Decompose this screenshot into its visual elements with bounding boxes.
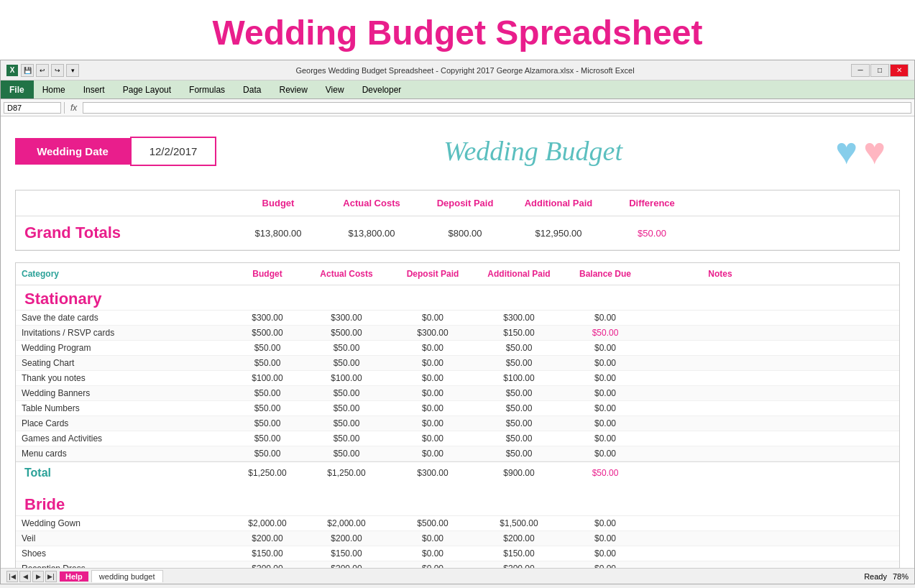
stationary-total-balance: $50.00 <box>562 464 648 482</box>
row-additional: $50.00 <box>476 431 562 446</box>
quick-access-toolbar: 💾 ↩ ↪ ▾ <box>21 64 79 77</box>
tab-next-btn[interactable]: ▶ <box>32 571 44 582</box>
row-actual: $300.00 <box>303 311 390 325</box>
formula-bar: fx <box>1 99 914 116</box>
row-balance: $0.00 <box>562 516 648 530</box>
row-actual: $50.00 <box>303 401 390 415</box>
table-row: Wedding Gown $2,000.00 $2,000.00 $500.00… <box>16 516 899 531</box>
row-notes <box>648 401 792 415</box>
row-name: Reception Dress <box>16 561 231 568</box>
formula-input[interactable] <box>83 102 911 114</box>
category-section: Category Budget Actual Costs Deposit Pai… <box>15 262 900 568</box>
row-name: Place Cards <box>16 416 231 431</box>
grand-totals-section: Budget Actual Costs Deposit Paid Additio… <box>15 190 900 251</box>
row-actual: $200.00 <box>303 531 390 546</box>
tab-home[interactable]: Home <box>34 81 75 98</box>
tab-data[interactable]: Data <box>234 81 270 98</box>
row-deposit: $0.00 <box>390 531 476 546</box>
row-name: Seating Chart <box>16 356 231 370</box>
row-notes <box>648 431 792 446</box>
row-budget: $50.00 <box>231 401 303 415</box>
tab-first-btn[interactable]: |◀ <box>6 571 18 582</box>
row-notes <box>648 371 792 385</box>
stationary-total-notes <box>648 464 792 482</box>
row-deposit: $0.00 <box>390 371 476 385</box>
row-balance: $0.00 <box>562 531 648 546</box>
tab-developer[interactable]: Developer <box>354 81 411 98</box>
row-name: Table Numbers <box>16 401 231 415</box>
row-balance: $0.00 <box>562 546 648 561</box>
row-name: Wedding Banners <box>16 386 231 400</box>
row-deposit: $0.00 <box>390 561 476 568</box>
row-balance: $0.00 <box>562 386 648 400</box>
qa-undo-btn[interactable]: ↩ <box>36 64 49 77</box>
row-deposit: $0.00 <box>390 311 476 325</box>
row-balance: $0.00 <box>562 561 648 568</box>
table-row: Seating Chart $50.00 $50.00 $0.00 $50.00… <box>16 356 899 371</box>
tab-view[interactable]: View <box>317 81 354 98</box>
minimize-button[interactable]: ─ <box>851 64 870 77</box>
formula-bar-separator <box>64 102 65 114</box>
row-actual: $200.00 <box>303 561 390 568</box>
title-bar: X 💾 ↩ ↪ ▾ Georges Wedding Budget Spreads… <box>1 60 914 81</box>
category-header-row: Category Budget Actual Costs Deposit Pai… <box>16 263 899 285</box>
tab-file[interactable]: File <box>1 81 34 98</box>
row-notes <box>648 341 792 355</box>
row-name: Wedding Gown <box>16 516 231 530</box>
table-row: Thank you notes $100.00 $100.00 $0.00 $1… <box>16 371 899 386</box>
scroll-area[interactable]: Wedding Date 12/2/2017 Wedding Budget ♥ … <box>1 116 914 568</box>
window-controls: ─ □ ✕ <box>851 64 909 77</box>
table-row: Games and Activities $50.00 $50.00 $0.00… <box>16 431 899 446</box>
row-deposit: $0.00 <box>390 386 476 400</box>
tab-formulas[interactable]: Formulas <box>180 81 234 98</box>
row-actual: $50.00 <box>303 386 390 400</box>
row-additional: $100.00 <box>476 371 562 385</box>
row-additional: $150.00 <box>476 546 562 561</box>
row-budget: $150.00 <box>231 546 303 561</box>
hearts-area: ♥ ♥ <box>835 129 886 173</box>
row-budget: $50.00 <box>231 431 303 446</box>
row-budget: $500.00 <box>231 326 303 340</box>
name-box[interactable] <box>4 102 61 114</box>
restore-button[interactable]: □ <box>870 64 889 77</box>
row-additional: $50.00 <box>476 386 562 400</box>
tab-last-btn[interactable]: ▶| <box>45 571 57 582</box>
help-button[interactable]: Help <box>60 571 88 582</box>
grand-totals-data-row: Grand Totals $13,800.00 $13,800.00 $800.… <box>16 216 899 250</box>
close-button[interactable]: ✕ <box>890 64 909 77</box>
tab-prev-btn[interactable]: ◀ <box>19 571 31 582</box>
cat-header-notes: Notes <box>648 266 792 282</box>
row-deposit: $0.00 <box>390 356 476 370</box>
ready-status: Ready <box>864 572 887 581</box>
row-deposit: $0.00 <box>390 446 476 461</box>
tab-insert[interactable]: Insert <box>75 81 114 98</box>
gt-header-budget: Budget <box>231 195 325 211</box>
row-deposit: $300.00 <box>390 326 476 340</box>
row-name: Save the date cards <box>16 311 231 325</box>
row-name: Invitations / RSVP cards <box>16 326 231 340</box>
cat-header-budget: Budget <box>231 266 303 282</box>
status-bar-left: |◀ ◀ ▶ ▶| Help wedding budget <box>6 570 163 582</box>
tab-review[interactable]: Review <box>270 81 316 98</box>
gt-actual-value: $13,800.00 <box>325 221 418 245</box>
qa-save-btn[interactable]: 💾 <box>21 64 34 77</box>
row-budget: $50.00 <box>231 446 303 461</box>
row-actual: $150.00 <box>303 546 390 561</box>
sheet-tab[interactable]: wedding budget <box>91 570 163 582</box>
qa-redo-btn[interactable]: ↪ <box>51 64 64 77</box>
row-additional: $50.00 <box>476 401 562 415</box>
row-notes <box>648 386 792 400</box>
row-actual: $50.00 <box>303 416 390 431</box>
page-title-area: Wedding Budget Spreadsheet <box>0 0 915 60</box>
sheet-content: Wedding Date 12/2/2017 Wedding Budget ♥ … <box>1 116 914 568</box>
tab-page-layout[interactable]: Page Layout <box>114 81 180 98</box>
wedding-budget-title: Wedding Budget <box>231 135 835 167</box>
row-budget: $50.00 <box>231 341 303 355</box>
row-notes <box>648 446 792 461</box>
cat-header-balance: Balance Due <box>562 266 648 282</box>
excel-window: X 💾 ↩ ↪ ▾ Georges Wedding Budget Spreads… <box>0 60 915 584</box>
title-bar-left: X 💾 ↩ ↪ ▾ <box>6 64 79 77</box>
window-title: Georges Wedding Budget Spreadsheet - Cop… <box>79 66 851 75</box>
qa-more-btn[interactable]: ▾ <box>66 64 79 77</box>
wedding-date-value: 12/2/2017 <box>130 137 216 166</box>
